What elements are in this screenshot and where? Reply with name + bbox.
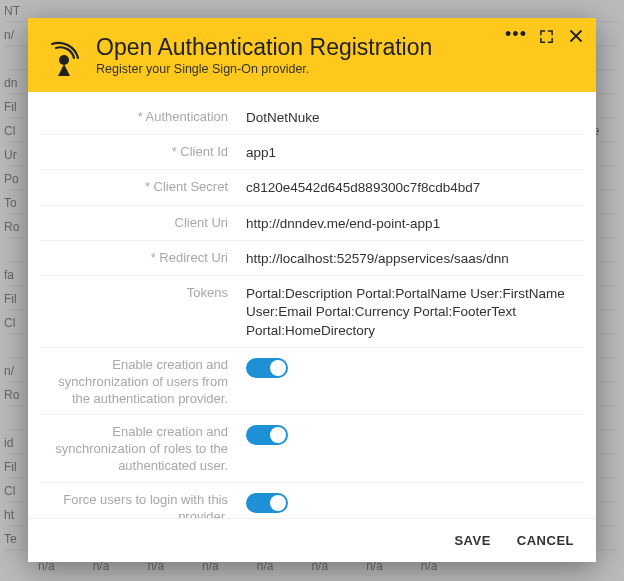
dialog-header: Open Authentication Registration Registe… xyxy=(28,18,596,92)
label-sync-roles: Enable creation and synchronization of r… xyxy=(40,422,246,475)
close-icon[interactable] xyxy=(566,26,586,46)
save-button[interactable]: SAVE xyxy=(454,533,490,548)
fullscreen-icon[interactable] xyxy=(536,26,556,46)
value-client-uri[interactable]: http://dnndev.me/end-point-app1 xyxy=(246,213,584,233)
dialog-footer: SAVE CANCEL xyxy=(28,518,596,562)
dialog-body: * Authentication DotNetNuke * Client Id … xyxy=(28,92,596,518)
label-sync-users: Enable creation and synchronization of u… xyxy=(40,355,246,408)
label-client-uri: Client Uri xyxy=(40,213,246,232)
value-tokens[interactable]: Portal:Description Portal:PortalName Use… xyxy=(246,283,584,340)
label-authentication: * Authentication xyxy=(40,107,246,126)
more-icon[interactable]: ••• xyxy=(506,26,526,46)
dialog-subtitle: Register your Single Sign-On provider. xyxy=(96,62,580,76)
value-client-secret[interactable]: c8120e4542d645d889300c7f8cdb4bd7 xyxy=(246,177,584,197)
value-authentication[interactable]: DotNetNuke xyxy=(246,107,584,127)
label-redirect-uri: * Redirect Uri xyxy=(40,248,246,267)
value-client-id[interactable]: app1 xyxy=(246,142,584,162)
label-client-id: * Client Id xyxy=(40,142,246,161)
toggle-force-login[interactable] xyxy=(246,493,288,513)
value-redirect-uri[interactable]: http://localhost:52579/appservices/saas/… xyxy=(246,248,584,268)
svg-point-0 xyxy=(59,55,69,65)
cancel-button[interactable]: CANCEL xyxy=(517,533,574,548)
label-tokens: Tokens xyxy=(40,283,246,302)
label-client-secret: * Client Secret xyxy=(40,177,246,196)
toggle-sync-roles[interactable] xyxy=(246,425,288,445)
broadcast-user-icon xyxy=(44,38,84,78)
registration-dialog: Open Authentication Registration Registe… xyxy=(28,18,596,562)
toggle-sync-users[interactable] xyxy=(246,358,288,378)
label-force-login: Force users to login with this provider. xyxy=(40,490,246,518)
